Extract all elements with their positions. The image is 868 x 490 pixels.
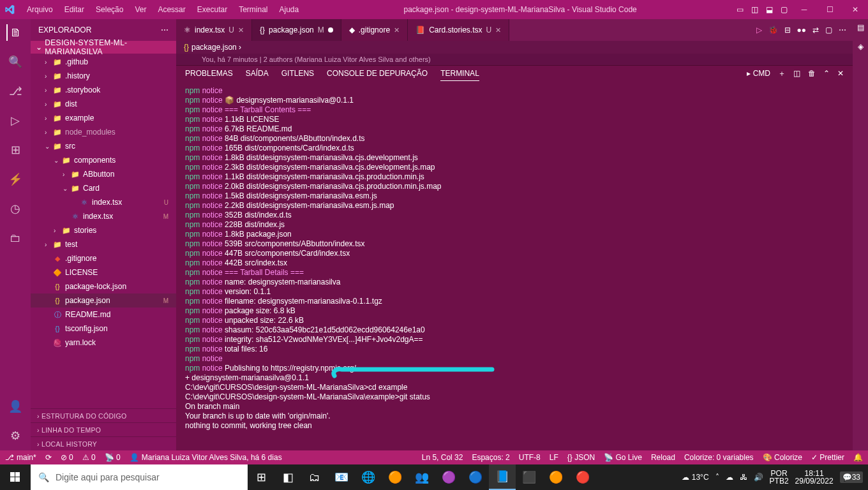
status-colorize[interactable]: Colorize: 0 variables xyxy=(684,453,754,462)
tree-item[interactable]: {}package.jsonM xyxy=(31,293,176,308)
app-icon[interactable]: 🟠 xyxy=(542,464,569,490)
chrome2-app-icon[interactable]: 🔴 xyxy=(569,464,596,490)
folder-icon[interactable]: 🗀 xyxy=(7,230,24,246)
postman-app-icon[interactable]: 🟠 xyxy=(382,464,408,490)
layout-icon[interactable]: ▭ xyxy=(737,5,744,14)
menu-ver[interactable]: Ver xyxy=(130,3,151,17)
preview-icon[interactable]: ▢ xyxy=(825,26,832,34)
panel-tab[interactable]: CONSOLE DE DEPURAÇÃO xyxy=(327,69,428,80)
tree-item[interactable]: ⓘREADME.md xyxy=(31,308,176,322)
debug-icon[interactable]: 🐞 xyxy=(768,26,778,34)
diff-icon[interactable]: ⇄ xyxy=(812,26,819,34)
settings-gear-icon[interactable]: ⚙ xyxy=(7,427,24,444)
task-view-icon[interactable]: ⊞ xyxy=(248,464,274,490)
explorer-app-icon[interactable]: 🗂 xyxy=(301,464,328,490)
search-icon[interactable]: 🔍 xyxy=(7,54,24,70)
live-preview-icon[interactable]: ◷ xyxy=(7,200,24,217)
tree-item[interactable]: {}tsconfig.json xyxy=(31,322,176,336)
source-control-icon[interactable]: ⎇ xyxy=(7,83,24,100)
panel-tab[interactable]: GITLENS xyxy=(281,69,314,80)
tray-date[interactable]: 29/09/2022 xyxy=(795,477,834,485)
panel-tab[interactable]: TERMINAL xyxy=(440,69,479,81)
status-lang[interactable]: {} JSON xyxy=(567,453,595,462)
terminal-app-icon[interactable]: ⬛ xyxy=(516,464,542,490)
panel-tab[interactable]: SAÍDA xyxy=(246,69,269,80)
tree-item[interactable]: {}package-lock.json xyxy=(31,279,176,293)
tree-item[interactable]: ⌄📁Card xyxy=(31,181,176,195)
status-golive[interactable]: 📡 Go Live xyxy=(604,453,642,462)
new-terminal-icon[interactable]: ＋ xyxy=(778,68,786,82)
tree-item[interactable]: ⚛index.tsxU xyxy=(31,195,176,209)
status-reload[interactable]: Reload xyxy=(651,453,675,462)
maximize-button[interactable]: ☐ xyxy=(817,0,842,19)
terminal-output[interactable]: npm noticenpm notice 📦 designsystem-mari… xyxy=(176,84,853,450)
weather-widget[interactable]: ☁ 13°C xyxy=(682,473,708,482)
menu-ajuda[interactable]: Ajuda xyxy=(274,3,304,17)
more-icon[interactable]: ⋯ xyxy=(161,26,168,34)
tree-item[interactable]: ›📁ABbutton xyxy=(31,167,176,181)
app-icon[interactable]: ◧ xyxy=(274,464,301,490)
layout-icon[interactable]: ◫ xyxy=(751,5,758,14)
status-encoding[interactable]: UTF-8 xyxy=(519,453,541,462)
close-button[interactable]: ✕ xyxy=(842,0,868,19)
status-branch[interactable]: ⎇ main* xyxy=(5,453,36,462)
toggle-icon[interactable]: ●● xyxy=(797,26,807,34)
editor-tab[interactable]: ◆.gitignore✕ xyxy=(341,19,408,41)
tree-item[interactable]: ›📁stories xyxy=(31,223,176,237)
editor-tab[interactable]: 📕Card.stories.tsxU✕ xyxy=(408,19,509,41)
tree-item[interactable]: ◆.gitignore xyxy=(31,251,176,265)
status-prettier[interactable]: ✓ Prettier xyxy=(811,453,844,462)
sidebar-section[interactable]: › LOCAL HISTORY xyxy=(31,436,176,450)
extensions-icon[interactable]: ⊞ xyxy=(7,142,24,158)
split-terminal-icon[interactable]: ◫ xyxy=(793,69,800,80)
status-eol[interactable]: LF xyxy=(550,453,558,462)
sidebar-section[interactable]: › ESTRUTURA DO CÓDIGO xyxy=(31,408,176,422)
tree-item[interactable]: ›📁dist xyxy=(31,97,176,111)
layout-icon[interactable]: ⬓ xyxy=(766,5,773,14)
tree-item[interactable]: ›📁example xyxy=(31,111,176,125)
workspace-root[interactable]: ⌄DESIGN-SYSTEM-ML-MARIANASILVA xyxy=(31,41,176,54)
tray-volume-icon[interactable]: 🔊 xyxy=(754,473,763,482)
status-cursor[interactable]: Ln 5, Col 32 xyxy=(422,453,463,462)
tree-item[interactable]: ⌄📁components xyxy=(31,153,176,167)
close-panel-icon[interactable]: ✕ xyxy=(837,69,844,80)
explorer-icon[interactable]: 🗎 xyxy=(6,24,23,41)
more-icon[interactable]: ⋯ xyxy=(839,26,846,34)
live-share-icon[interactable]: ⚡ xyxy=(7,171,24,188)
status-warnings[interactable]: ⚠ 0 xyxy=(82,453,96,462)
maximize-panel-icon[interactable]: ⌃ xyxy=(823,69,830,80)
status-errors[interactable]: ⊘ 0 xyxy=(61,453,73,462)
split-icon[interactable]: ⊟ xyxy=(784,26,791,34)
teams-app-icon[interactable]: 👥 xyxy=(408,464,435,490)
taskbar-search[interactable]: 🔍 Digite aqui para pesquisar xyxy=(31,464,248,490)
tray-wifi-icon[interactable]: 🖧 xyxy=(740,473,747,482)
terminal-shell[interactable]: ▸ cmd xyxy=(747,69,770,80)
layout-icon[interactable]: ▢ xyxy=(781,5,788,14)
vscode-app-icon[interactable]: 📘 xyxy=(489,464,516,490)
run-icon[interactable]: ▷ xyxy=(756,26,762,34)
kill-terminal-icon[interactable]: 🗑 xyxy=(808,69,816,80)
account-icon[interactable]: 👤 xyxy=(7,398,24,415)
status-bell-icon[interactable]: 🔔 xyxy=(853,453,863,462)
minimize-button[interactable]: ─ xyxy=(791,0,817,19)
eclipse-app-icon[interactable]: 🟣 xyxy=(435,464,462,490)
panel-tab[interactable]: PROBLEMAS xyxy=(185,69,233,80)
sidebar-section[interactable]: › LINHA DO TEMPO xyxy=(31,422,176,436)
tray-chevron-icon[interactable]: ˄ xyxy=(715,473,719,482)
breadcrumb[interactable]: {}package.json › xyxy=(176,41,853,54)
editor-tab[interactable]: ⚛index.tsxU✕ xyxy=(176,19,252,41)
tree-item[interactable]: ›📁.history xyxy=(31,69,176,83)
tray-onedrive-icon[interactable]: ☁ xyxy=(726,473,733,482)
menu-terminal[interactable]: Terminal xyxy=(234,3,273,17)
tray-lang[interactable]: PTB2 xyxy=(770,477,789,485)
tray-notifications[interactable]: 💬33 xyxy=(840,471,863,483)
gitlens-icon[interactable]: ◈ xyxy=(858,42,864,51)
tree-item[interactable]: ›📁node_modules xyxy=(31,125,176,139)
menu-arquivo[interactable]: Arquivo xyxy=(22,3,58,17)
menu-executar[interactable]: Executar xyxy=(192,3,232,17)
menu-acessar[interactable]: Acessar xyxy=(153,3,190,17)
menu-seleção[interactable]: Seleção xyxy=(91,3,128,17)
tree-item[interactable]: 🔶LICENSE xyxy=(31,265,176,279)
outlook-app-icon[interactable]: 📧 xyxy=(328,464,355,490)
status-colorize2[interactable]: 🎨 Colorize xyxy=(763,453,802,462)
